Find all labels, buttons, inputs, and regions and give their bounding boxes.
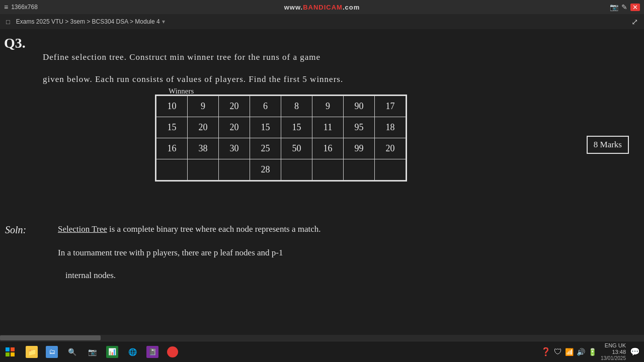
- table-cell: [281, 159, 312, 180]
- notebook-icon: □: [6, 18, 10, 26]
- solution-line1-rest: is a complete binary tree where each nod…: [107, 224, 321, 234]
- taskbar-onenote[interactable]: 📓: [143, 342, 162, 361]
- win-icon-q3: [6, 352, 10, 356]
- table-cell: [375, 159, 406, 180]
- close-button[interactable]: ✕: [630, 4, 640, 11]
- table-cell: 16: [312, 138, 344, 159]
- table-cell: 95: [344, 117, 375, 138]
- taskbar-chrome[interactable]: 🌐: [123, 342, 142, 361]
- table-cell: [219, 159, 250, 180]
- breadcrumb: Exams 2025 VTU > 3sem > BCS304 DSA > Mod…: [16, 18, 165, 25]
- lang-time-block: ENG UK 13:48 13/01/2025: [601, 342, 626, 361]
- table-row: 15 20 20 15 15 11 95 18: [156, 117, 406, 138]
- taskbar-spreadsheet[interactable]: 📊: [103, 342, 122, 361]
- table-cell: 18: [375, 117, 406, 138]
- win-icon-q1: [6, 347, 10, 351]
- top-bar-center: www.BANDICAM.com: [284, 4, 360, 11]
- table-cell: 20: [375, 138, 406, 159]
- bandicam-title: www.BANDICAM.com: [284, 4, 360, 11]
- taskbar-record[interactable]: [163, 342, 182, 361]
- table-cell: 17: [375, 96, 406, 117]
- windows-icon: [6, 347, 15, 356]
- sys-tray: ❓ 🛡 📶 🔊 🔋: [541, 347, 597, 356]
- wifi-icon[interactable]: 📶: [565, 348, 574, 356]
- battery-icon[interactable]: 🔋: [588, 348, 597, 356]
- table-cell: 15: [250, 117, 281, 138]
- table-cell: 9: [312, 96, 344, 117]
- table-cell: 38: [188, 138, 219, 159]
- expand-icon[interactable]: ⤢: [631, 17, 638, 27]
- help-icon[interactable]: ❓: [541, 347, 551, 356]
- table-row: 28: [156, 159, 406, 180]
- chevron-icon[interactable]: ▾: [162, 18, 165, 25]
- solution-label: Soln:: [5, 224, 26, 236]
- top-bar-right: 📷 ✎ ✕: [610, 3, 640, 11]
- edit-icon[interactable]: ✎: [621, 3, 627, 11]
- camera-icon[interactable]: 📷: [610, 3, 618, 11]
- scroll-thumb[interactable]: [0, 335, 101, 340]
- breadcrumb-text: Exams 2025 VTU > 3sem > BCS304 DSA > Mod…: [16, 18, 160, 25]
- table-cell: [156, 159, 188, 180]
- taskbar-search[interactable]: 🔍: [62, 342, 82, 361]
- taskbar: 📁 🗂 🔍 📷 📊 🌐 📓 ❓: [0, 341, 644, 362]
- taskbar-camera[interactable]: 📷: [83, 342, 102, 361]
- table-cell: [312, 159, 344, 180]
- table-cell: 25: [250, 138, 281, 159]
- table-cell: 15: [281, 117, 312, 138]
- taskbar-files[interactable]: 🗂: [42, 342, 61, 361]
- bandicam-brand: BANDICAM: [303, 4, 343, 11]
- table-cell: 20: [219, 117, 250, 138]
- top-bar: ≡ 1366x768 www.BANDICAM.com 📷 ✎ ✕: [0, 0, 644, 14]
- camera-app-icon: 📷: [86, 346, 98, 358]
- table-cell: 6: [250, 96, 281, 117]
- volume-icon[interactable]: 🔊: [577, 348, 585, 356]
- second-bar: □ Exams 2025 VTU > 3sem > BCS304 DSA > M…: [0, 14, 644, 29]
- question-label: Q3.: [4, 35, 26, 51]
- table-cell: [188, 159, 219, 180]
- question-line2: given below. Each run consists of values…: [43, 74, 343, 84]
- second-bar-right: ⤢: [631, 17, 638, 27]
- search-icon: 🔍: [66, 346, 78, 358]
- time-label: 13:48: [612, 349, 626, 355]
- chrome-icon: 🌐: [126, 346, 138, 358]
- win-icon-q2: [11, 347, 15, 351]
- date-label: 13/01/2025: [601, 355, 626, 361]
- record-icon: [167, 346, 178, 357]
- onenote-icon: 📓: [146, 346, 158, 358]
- table-cell: 99: [344, 138, 375, 159]
- table-cell: 16: [156, 138, 188, 159]
- top-bar-left: ≡ 1366x768: [4, 3, 38, 11]
- antivirus-icon[interactable]: 🛡: [554, 347, 562, 356]
- main-content: Q3. Define selection tree. Construct min…: [0, 29, 644, 342]
- language-label: ENG UK: [605, 342, 626, 348]
- win-icon-q4: [11, 352, 15, 356]
- table-cell: 20: [219, 96, 250, 117]
- table-cell: [344, 159, 375, 180]
- menu-icon[interactable]: ≡: [4, 3, 8, 11]
- table-cell: 9: [188, 96, 219, 117]
- taskbar-apps: 📁 🗂 🔍 📷 📊 🌐 📓: [20, 342, 184, 361]
- resolution-label: 1366x768: [11, 4, 38, 11]
- selection-tree-term: Selection Tree: [58, 224, 107, 234]
- horizontal-scrollbar[interactable]: [0, 335, 644, 341]
- table-cell: 10: [156, 96, 188, 117]
- data-table-container: 10 9 20 6 8 9 90 17 15 20 20 15 15: [155, 95, 407, 182]
- solution-line3: internal nodes.: [65, 270, 116, 281]
- data-table: 10 9 20 6 8 9 90 17 15 20 20 15 15: [156, 96, 406, 180]
- table-cell: 28: [250, 159, 281, 180]
- table-cell: 50: [281, 138, 312, 159]
- table-cell: 20: [188, 117, 219, 138]
- table-cell: 15: [156, 117, 188, 138]
- table-cell: 90: [344, 96, 375, 117]
- start-button[interactable]: [0, 341, 20, 363]
- files-icon: 🗂: [46, 346, 58, 358]
- solution-line2: In a tournament tree with p players, the…: [58, 248, 283, 258]
- table-cell: 8: [281, 96, 312, 117]
- table-row: 10 9 20 6 8 9 90 17: [156, 96, 406, 117]
- table-cell: 30: [219, 138, 250, 159]
- notification-icon[interactable]: 💬: [630, 347, 640, 356]
- taskbar-right: ❓ 🛡 📶 🔊 🔋 ENG UK 13:48 13/01/2025 💬: [541, 342, 644, 361]
- taskbar-file-explorer[interactable]: 📁: [22, 342, 41, 361]
- file-explorer-icon: 📁: [26, 346, 38, 358]
- marks-box: 8 Marks: [587, 136, 629, 154]
